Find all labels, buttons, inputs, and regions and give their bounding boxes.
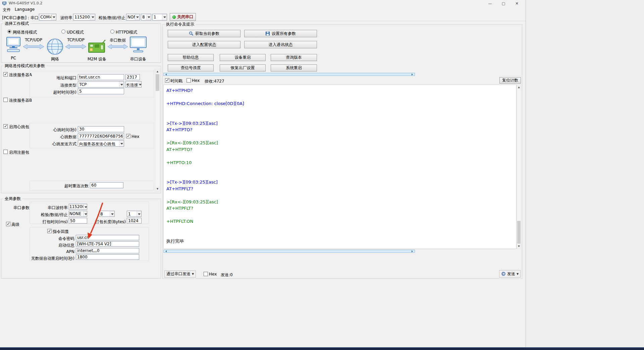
hb-hex-checkbox[interactable] <box>126 134 130 138</box>
log-line: +HTPHD:Connection: close[0D][0A] <box>166 100 514 107</box>
dropdown-arrow-icon[interactable] <box>119 141 124 146</box>
m2m-device-icon <box>88 40 106 54</box>
dropdown-arrow-icon[interactable] <box>110 211 114 216</box>
log-line: AT+HTPHD? <box>166 87 514 94</box>
conn-type-select[interactable]: TCP <box>78 81 124 88</box>
menu-file[interactable]: 文件 <box>3 7 11 13</box>
dropdown-arrow-icon[interactable] <box>83 211 87 216</box>
dropdown-arrow-icon[interactable] <box>83 204 87 209</box>
menu-language[interactable]: Language <box>15 7 35 12</box>
get-params-label: 获取当前参数 <box>195 31 219 37</box>
dropdown-arrow-icon[interactable] <box>119 82 124 87</box>
apn-input[interactable] <box>76 248 139 253</box>
keep-type-select[interactable]: 长连接 <box>125 81 142 88</box>
reset-count-label: 复位计数 <box>502 78 518 83</box>
g-databits-select[interactable]: 8 <box>99 211 115 217</box>
retry-input[interactable] <box>90 182 123 188</box>
scroll-down-icon[interactable]: ▼ <box>155 187 160 191</box>
log-hex-label: Hex <box>192 78 200 83</box>
close-port-button[interactable]: 关闭串口 <box>170 13 196 21</box>
server-a-checkbox[interactable] <box>3 72 8 77</box>
set-params-button[interactable]: 设置所有参数 <box>244 30 317 37</box>
device-restart-button[interactable]: 设备重启 <box>220 54 266 61</box>
maximize-button[interactable]: ▢ <box>497 0 510 7</box>
dropdown-arrow-icon[interactable] <box>162 14 167 20</box>
parity-select[interactable]: NONI <box>126 14 140 20</box>
server-b-checkbox[interactable] <box>3 98 8 102</box>
heartbeat-label: 启用心跳包 <box>9 124 29 130</box>
dropdown-arrow-icon[interactable] <box>146 14 151 20</box>
pc-serial-port-label: [PC串口参数]：串口号 <box>2 15 43 21</box>
log-line <box>166 94 514 101</box>
enter-comm-button[interactable]: 进入通讯状态 <box>244 41 317 48</box>
system-restart-button[interactable]: 系统重启 <box>271 64 317 71</box>
system-restart-label: 系统重启 <box>286 65 302 71</box>
reset-count-button[interactable]: 复位计数 <box>499 77 521 84</box>
pack-time-input[interactable] <box>69 218 87 223</box>
close-port-label: 关闭串口 <box>177 14 194 20</box>
query-version-button[interactable]: 查询版本 <box>271 54 317 61</box>
address-input[interactable] <box>78 74 124 80</box>
send-hex-checkbox[interactable] <box>204 272 208 276</box>
stopbits-value: 1 <box>153 14 162 20</box>
link3-label: 串口数据 <box>107 38 128 43</box>
baud-select[interactable]: 115200 <box>73 14 95 20</box>
radio-net-passthrough-mode[interactable] <box>7 30 11 34</box>
radio-udc-mode[interactable] <box>61 30 65 34</box>
log-vscrollbar[interactable]: ▲ ▼ <box>517 85 521 249</box>
advanced-checkbox[interactable] <box>6 222 10 226</box>
send-via-serial-dropdown[interactable]: 通过串口发送 ▼ <box>164 270 196 278</box>
log-line <box>166 153 514 159</box>
timeout-input[interactable] <box>78 88 124 94</box>
dropdown-arrow-icon[interactable] <box>51 14 56 20</box>
log-hscrollbar-top[interactable] <box>163 73 415 76</box>
hb-data-input[interactable] <box>78 133 124 139</box>
hb-mode-select[interactable]: 向服务器发送心跳包 <box>78 140 124 147</box>
heartbeat-checkbox[interactable] <box>3 124 8 129</box>
dropdown-arrow-icon[interactable] <box>137 211 141 216</box>
sent-count: 发送:0 <box>221 272 233 278</box>
dropdown-arrow-icon[interactable] <box>135 14 140 20</box>
factory-reset-button[interactable]: 恢复出厂设置 <box>220 64 266 71</box>
stopbits-select[interactable]: 1 <box>152 14 167 20</box>
log-output[interactable]: AT+HTPHD? +HTPHD:Connection: close[0D][0… <box>163 85 517 249</box>
signal-strength-button[interactable]: 查信号强度 <box>168 64 214 71</box>
log-hscrollbar-bottom[interactable] <box>163 250 415 253</box>
hb-time-input[interactable] <box>78 126 124 132</box>
g-baud-select[interactable]: 115200 <box>69 204 87 210</box>
auto-restart-input[interactable] <box>76 254 139 260</box>
port-input[interactable] <box>125 74 140 80</box>
scrollbar-thumb[interactable] <box>156 74 159 91</box>
g-stopbits-select[interactable]: 1 <box>127 211 142 217</box>
scroll-up-icon[interactable]: ▲ <box>155 69 160 74</box>
scrollbar-thumb[interactable] <box>517 221 521 244</box>
send-button[interactable]: 发送 ▼ <box>499 270 521 278</box>
com-port-value: COM4 <box>39 14 51 20</box>
net-params-scrollbar[interactable]: ▲ ▼ <box>155 69 160 192</box>
g-parity-select[interactable]: NONE <box>69 211 87 217</box>
dropdown-arrow-icon[interactable] <box>138 82 141 87</box>
databits-value: 8 <box>141 14 146 20</box>
scroll-down-icon[interactable]: ▼ <box>517 244 521 249</box>
timestamp-checkbox[interactable] <box>165 78 169 83</box>
com-port-select[interactable]: COM4 <box>39 14 56 20</box>
register-checkbox[interactable] <box>3 150 8 154</box>
scroll-up-icon[interactable]: ▲ <box>517 85 521 90</box>
get-params-button[interactable]: 获取当前参数 <box>168 30 240 37</box>
pack-len-input[interactable] <box>127 218 142 223</box>
dropdown-arrow-icon[interactable] <box>90 14 95 20</box>
enter-config-label: 进入配置状态 <box>192 42 216 48</box>
echo-checkbox[interactable] <box>47 229 52 233</box>
log-hex-checkbox[interactable] <box>186 78 191 83</box>
cmd-pwd-input[interactable] <box>76 235 139 240</box>
echo-label: 指令回显 <box>53 229 69 235</box>
enter-config-button[interactable]: 进入配置状态 <box>168 41 240 48</box>
databits-select[interactable]: 8 <box>141 14 151 20</box>
radio-httpd-mode[interactable] <box>110 30 114 34</box>
serial-device-icon <box>129 36 147 53</box>
boot-msg-input[interactable] <box>76 241 139 247</box>
auto-restart-label: 无数据自动重启时间(秒) <box>23 256 74 261</box>
minimize-button[interactable]: — <box>483 0 497 7</box>
close-button[interactable]: ✕ <box>510 0 524 7</box>
help-button[interactable]: 帮助信息 <box>168 54 214 61</box>
